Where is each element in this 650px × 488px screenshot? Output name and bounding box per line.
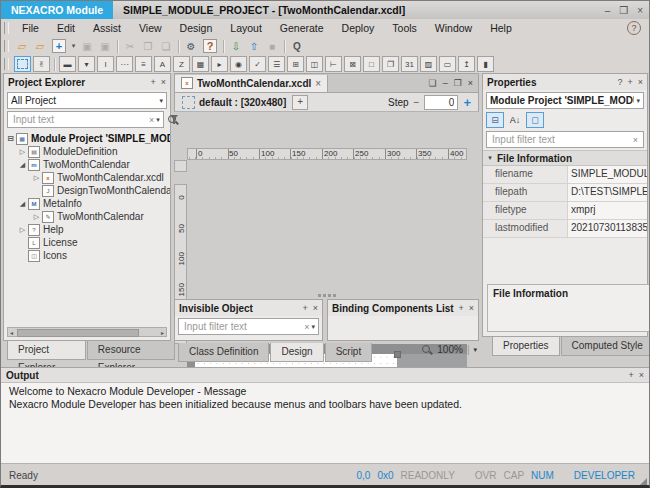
- box-view-icon[interactable]: ◻: [526, 112, 544, 128]
- pin-icon[interactable]: +: [458, 303, 463, 313]
- component-progressbar-icon[interactable]: ▭: [439, 56, 456, 72]
- toolbar-grip[interactable]: [4, 40, 9, 52]
- settings-gear-icon[interactable]: ⚙: [183, 39, 199, 54]
- menu-deploy[interactable]: Deploy: [333, 20, 384, 37]
- property-row-lastmodified[interactable]: lastmodified 20210730113835: [483, 220, 647, 238]
- scroll-right-icon[interactable]: ▸: [161, 329, 164, 337]
- property-row-filename[interactable]: filename SIMPLE_MODULE_PROJECT: [483, 166, 647, 184]
- tab-design[interactable]: Design: [270, 343, 323, 362]
- window-list-icon[interactable]: ❏: [429, 78, 437, 88]
- step-minus-button[interactable]: −: [414, 97, 420, 108]
- menu-assist[interactable]: Assist: [84, 20, 130, 37]
- clear-icon[interactable]: ×: [633, 135, 638, 145]
- zoom-dropdown-icon[interactable]: ▾: [473, 346, 477, 354]
- pin-icon[interactable]: +: [628, 370, 633, 380]
- clear-icon[interactable]: ×: [149, 115, 154, 125]
- tab-class-definition[interactable]: Class Definition: [178, 343, 269, 362]
- tree-item-module-project[interactable]: ⊟ ▦ Module Project 'SIMPLE_MODULE_PROJEC…: [6, 132, 170, 145]
- expander-icon[interactable]: ▷: [18, 226, 27, 234]
- component-menu-icon[interactable]: ▸: [211, 56, 228, 72]
- tab-close-icon[interactable]: ×: [315, 78, 321, 89]
- tree-item-metainfo-component[interactable]: ▷ ✎ TwoMonthCalendar: [6, 210, 170, 223]
- close-icon[interactable]: ×: [313, 303, 318, 313]
- component-tree-icon[interactable]: ⊢: [325, 56, 342, 72]
- project-filter-combobox[interactable]: All Project ▾: [7, 92, 167, 109]
- chevron-down-icon[interactable]: ▾: [156, 116, 160, 124]
- help-doc-icon[interactable]: ?: [203, 39, 217, 53]
- expander-icon[interactable]: ◢: [18, 161, 27, 169]
- component-popupdiv-icon[interactable]: ❐: [382, 56, 399, 72]
- resize-grip[interactable]: [640, 478, 647, 485]
- tab-resource-explorer[interactable]: Resource Explorer: [87, 341, 175, 360]
- step-plus-button[interactable]: +: [463, 95, 471, 110]
- step-value-input[interactable]: [424, 95, 458, 110]
- alphabetical-sort-icon[interactable]: A↓: [506, 112, 524, 128]
- close-icon[interactable]: ×: [638, 77, 643, 87]
- tab-computed-style[interactable]: Computed Style: [561, 337, 650, 356]
- doc-restore-icon[interactable]: ❐: [454, 78, 462, 88]
- doc-close-icon[interactable]: ×: [468, 78, 473, 88]
- cut-icon[interactable]: ✂: [122, 39, 138, 54]
- generate-module-icon[interactable]: ⇩: [228, 39, 244, 54]
- splitter-handle[interactable]: [174, 291, 479, 299]
- zoom-level[interactable]: 100%: [437, 344, 463, 355]
- properties-target-combobox[interactable]: Module Project 'SIMPLE_MODULE_PROJECT' ▾: [486, 92, 644, 109]
- tree-item-xcdl-file[interactable]: ▷ x TwoMonthCalendar.xcdl: [6, 171, 170, 184]
- component-bindgrid-icon[interactable]: ⊠: [344, 56, 361, 72]
- menu-tools[interactable]: Tools: [383, 20, 426, 37]
- maximize-button[interactable]: ❐: [619, 5, 628, 16]
- component-edit-icon[interactable]: I: [97, 56, 114, 72]
- component-calendar-icon[interactable]: 31: [401, 56, 418, 72]
- expander-icon[interactable]: ⊟: [6, 134, 15, 143]
- component-checkbox-icon[interactable]: ✓: [249, 56, 266, 72]
- close-icon[interactable]: ×: [469, 303, 474, 313]
- categorized-view-icon[interactable]: ⊟: [486, 112, 504, 128]
- search-input[interactable]: [11, 113, 147, 126]
- component-radio-icon[interactable]: ◉: [230, 56, 247, 72]
- add-frame-button[interactable]: +: [292, 95, 308, 110]
- properties-filter-field[interactable]: ×: [486, 131, 644, 148]
- property-row-filepath[interactable]: filepath D:\TEST\SIMPLE_MODULE_PROJECT: [483, 184, 647, 202]
- component-div-icon[interactable]: □: [363, 56, 380, 72]
- component-tab-icon[interactable]: ◫: [306, 56, 323, 72]
- open-project-icon[interactable]: ▱: [14, 39, 30, 54]
- expander-icon[interactable]: ▷: [32, 213, 41, 221]
- menu-layout[interactable]: Layout: [221, 20, 271, 37]
- pin-icon[interactable]: +: [150, 77, 155, 87]
- component-imageviewer-icon[interactable]: ▦: [192, 56, 209, 72]
- doc-minimize-icon[interactable]: –: [443, 78, 448, 88]
- menu-help[interactable]: Help: [481, 20, 521, 37]
- deploy-module-icon[interactable]: ⇧: [246, 39, 262, 54]
- expander-icon[interactable]: ▷: [18, 148, 27, 156]
- save-icon[interactable]: ▣: [79, 39, 95, 54]
- clear-icon[interactable]: ×: [304, 322, 309, 332]
- close-icon[interactable]: ×: [161, 77, 166, 87]
- component-maskedit-icon[interactable]: ⋯: [116, 56, 133, 72]
- quickview-icon[interactable]: Q: [289, 39, 305, 54]
- tree-item-icons[interactable]: ◫ Icons: [6, 249, 170, 262]
- copy-icon[interactable]: ❐: [140, 39, 156, 54]
- tree-item-license[interactable]: L License: [6, 236, 170, 249]
- new-item-icon[interactable]: +: [52, 39, 66, 53]
- property-group-header[interactable]: ▾ File Information: [483, 150, 647, 166]
- filter-input[interactable]: [182, 320, 302, 333]
- menu-edit[interactable]: Edit: [48, 20, 84, 37]
- tab-script[interactable]: Script: [325, 343, 373, 362]
- tree-item-metainfo[interactable]: ◢ M MetaInfo: [6, 197, 170, 210]
- status-perspective-developer[interactable]: DEVELOPER: [574, 470, 635, 481]
- close-icon[interactable]: ×: [639, 370, 644, 380]
- component-combo-icon[interactable]: ▾: [78, 56, 95, 72]
- paste-icon[interactable]: ❏: [158, 39, 174, 54]
- scroll-left-icon[interactable]: ◂: [10, 329, 13, 337]
- tree-item-help[interactable]: ▷ ? Help: [6, 223, 170, 236]
- project-search-field[interactable]: × ▾: [7, 111, 164, 128]
- close-button[interactable]: ×: [637, 5, 643, 16]
- select-tool-icon[interactable]: [14, 56, 31, 72]
- help-icon[interactable]: ?: [617, 77, 622, 87]
- open-file-icon[interactable]: ▱: [32, 39, 48, 54]
- component-grid-icon[interactable]: ⊞: [287, 56, 304, 72]
- menu-view[interactable]: View: [130, 20, 171, 37]
- menu-file[interactable]: File: [13, 20, 48, 37]
- component-textarea-icon[interactable]: ≡: [135, 56, 152, 72]
- component-listbox-icon[interactable]: ☰: [268, 56, 285, 72]
